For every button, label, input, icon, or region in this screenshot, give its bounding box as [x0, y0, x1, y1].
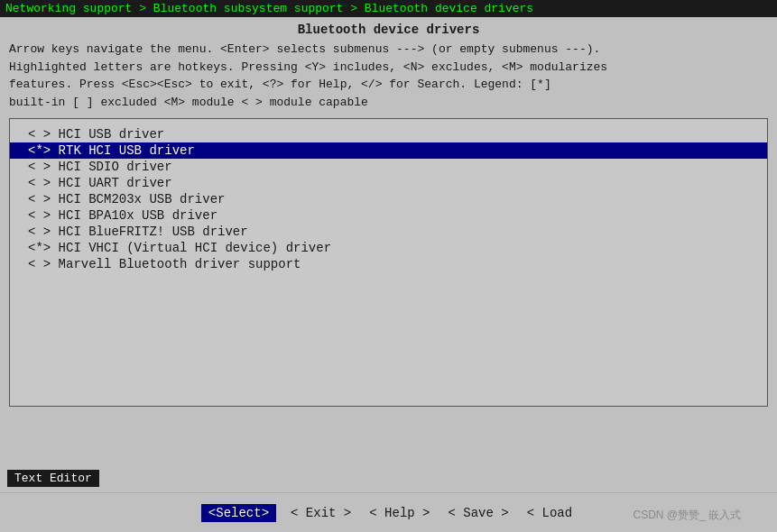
bottom-button-2[interactable]: < Help > — [365, 504, 433, 522]
menu-list: < > HCI USB driver<*> RTK HCI USB driver… — [9, 118, 768, 407]
menu-item[interactable]: < > HCI BCM203x USB driver — [10, 191, 767, 207]
watermark: CSDN @赞赞_ 嵌入式 — [633, 508, 741, 523]
menu-item[interactable]: < > HCI UART driver — [10, 175, 767, 191]
menu-item[interactable]: <*> HCI VHCI (Virtual HCI device) driver — [10, 240, 767, 256]
bottom-button-1[interactable]: < Exit > — [287, 504, 355, 522]
menu-item[interactable]: <*> RTK HCI USB driver — [10, 142, 767, 159]
menu-item[interactable]: < > Marvell Bluetooth driver support — [10, 256, 767, 272]
menu-item[interactable]: < > HCI SDIO driver — [10, 159, 767, 175]
bottom-button-0[interactable]: <Select> — [201, 504, 276, 522]
menu-item[interactable]: < > HCI BPA10x USB driver — [10, 207, 767, 224]
menu-item[interactable]: < > HCI BlueFRITZ! USB driver — [10, 224, 767, 240]
breadcrumb: Networking support > Bluetooth subsystem… — [0, 0, 777, 17]
page-title: Bluetooth device drivers — [9, 23, 768, 37]
tooltip: Text Editor — [7, 470, 99, 487]
bottom-button-4[interactable]: < Load — [523, 504, 576, 522]
help-text: Arrow keys navigate the menu. <Enter> se… — [9, 41, 768, 111]
menu-item[interactable]: < > HCI USB driver — [10, 126, 767, 142]
bottom-button-3[interactable]: < Save > — [445, 504, 513, 522]
